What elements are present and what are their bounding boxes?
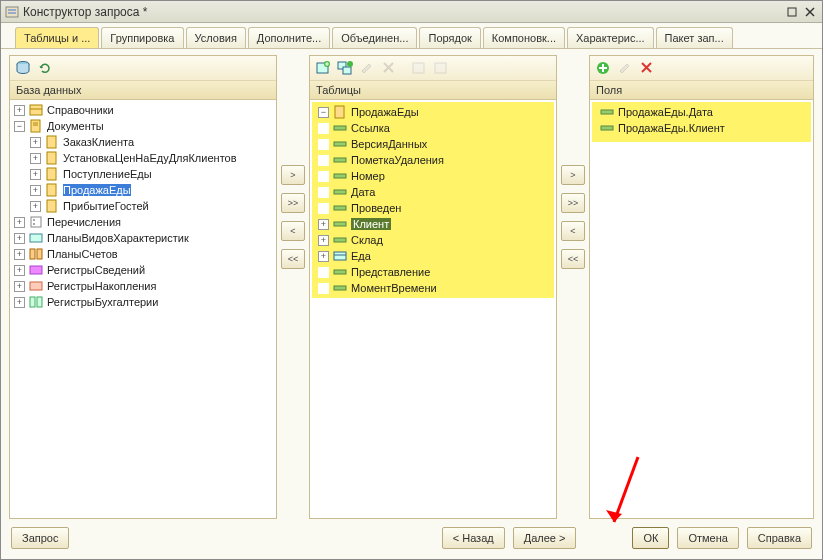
tab-conditions[interactable]: Условия: [186, 27, 246, 48]
refresh-icon[interactable]: [36, 59, 54, 77]
move-all-right-button[interactable]: >>: [561, 193, 585, 213]
tab-tables[interactable]: Таблицы и ...: [15, 27, 99, 48]
tree-item[interactable]: +ПланыВидовХарактеристик: [12, 230, 274, 246]
tree-item[interactable]: ПометкаУдаления: [312, 152, 554, 168]
db-icon[interactable]: [14, 59, 32, 77]
tree-item[interactable]: +УстановкаЦенНаЕдуДляКлиентов: [12, 150, 274, 166]
fields-panel: Поля ПродажаЕды.Дата ПродажаЕды.Клиент: [589, 55, 814, 519]
tree-item-selected[interactable]: +Клиент: [312, 216, 554, 232]
svg-rect-15: [47, 184, 56, 196]
field-icon: [333, 169, 347, 183]
fields-toolbar: [590, 56, 813, 81]
tab-order[interactable]: Порядок: [419, 27, 480, 48]
close-button[interactable]: [802, 5, 818, 19]
tree-item[interactable]: +ПоступлениеЕды: [12, 166, 274, 182]
tree-item[interactable]: +Еда: [312, 248, 554, 264]
svg-rect-21: [30, 249, 35, 259]
edit-icon: [616, 59, 634, 77]
tree-item[interactable]: Представление: [312, 264, 554, 280]
svg-rect-32: [343, 67, 351, 74]
tables-header: Таблицы: [310, 81, 556, 100]
svg-point-33: [347, 61, 353, 67]
tab-composition[interactable]: Компоновк...: [483, 27, 565, 48]
tree-item[interactable]: +РегистрыНакопления: [12, 278, 274, 294]
doc-icon: [45, 183, 59, 197]
tree-item[interactable]: Номер: [312, 168, 554, 184]
ok-button[interactable]: ОК: [632, 527, 669, 549]
db-tree[interactable]: +Справочники −Документы +ЗаказКлиента +У…: [10, 100, 276, 518]
svg-rect-9: [31, 120, 40, 132]
tree-item[interactable]: −ПродажаЕды: [312, 104, 554, 120]
db-to-tables-buttons: > >> < <<: [277, 55, 309, 519]
tabbar: Таблицы и ... Группировка Условия Дополн…: [1, 23, 822, 49]
svg-rect-7: [30, 105, 42, 115]
query-builder-window: Конструктор запроса * Таблицы и ... Груп…: [0, 0, 823, 560]
tab-grouping[interactable]: Группировка: [101, 27, 183, 48]
tree-item[interactable]: +РегистрыСведений: [12, 262, 274, 278]
move-all-left-button[interactable]: <<: [561, 249, 585, 269]
tree-item[interactable]: Проведен: [312, 200, 554, 216]
doc-icon: [45, 167, 59, 181]
move-left-button[interactable]: <: [561, 221, 585, 241]
inforeg-icon: [29, 263, 43, 277]
tree-item[interactable]: МоментВремени: [312, 280, 554, 296]
maximize-button[interactable]: [784, 5, 800, 19]
tab-batch[interactable]: Пакет зап...: [656, 27, 733, 48]
add-nested-icon[interactable]: [336, 59, 354, 77]
field-icon: [333, 233, 347, 247]
tree-item[interactable]: +ПрибытиеГостей: [12, 198, 274, 214]
tree-item[interactable]: +Склад: [312, 232, 554, 248]
svg-point-18: [33, 219, 35, 221]
tree-item[interactable]: +Перечисления: [12, 214, 274, 230]
edit-icon: [358, 59, 376, 77]
list-item[interactable]: ПродажаЕды.Дата: [592, 104, 811, 120]
tree-item[interactable]: Дата: [312, 184, 554, 200]
tab-characteristics[interactable]: Характерис...: [567, 27, 654, 48]
tab-union[interactable]: Объединен...: [332, 27, 417, 48]
tree-item-selected[interactable]: +ПродажаЕды: [12, 182, 274, 198]
list-item[interactable]: ПродажаЕды.Клиент: [592, 120, 811, 136]
svg-rect-13: [47, 152, 56, 164]
tree-item[interactable]: +РегистрыБухгалтерии: [12, 294, 274, 310]
move-left-button[interactable]: <: [281, 221, 305, 241]
svg-rect-43: [334, 190, 346, 194]
tables-toolbar: [310, 56, 556, 81]
field-icon: [333, 185, 347, 199]
svg-rect-41: [334, 158, 346, 162]
svg-rect-47: [334, 252, 346, 260]
query-button[interactable]: Запрос: [11, 527, 69, 549]
delete-icon[interactable]: [638, 59, 656, 77]
tree-item[interactable]: Ссылка: [312, 120, 554, 136]
tables-panel: Таблицы −ПродажаЕды Ссылка ВерсияДанных …: [309, 55, 557, 519]
tree-item[interactable]: +ЗаказКлиента: [12, 134, 274, 150]
accumreg-icon: [29, 279, 43, 293]
move-all-left-button[interactable]: <<: [281, 249, 305, 269]
cancel-button[interactable]: Отмена: [677, 527, 738, 549]
tree-item[interactable]: +Справочники: [12, 102, 274, 118]
move-right-button[interactable]: >: [281, 165, 305, 185]
move-right-button[interactable]: >: [561, 165, 585, 185]
svg-rect-56: [601, 110, 613, 114]
svg-rect-20: [30, 234, 42, 242]
next-button[interactable]: Далее >: [513, 527, 577, 549]
add-icon[interactable]: [594, 59, 612, 77]
tree-item[interactable]: −Документы: [12, 118, 274, 134]
fields-header: Поля: [590, 81, 813, 100]
back-button[interactable]: < Назад: [442, 527, 505, 549]
tree-item[interactable]: ВерсияДанных: [312, 136, 554, 152]
tables-tree[interactable]: −ПродажаЕды Ссылка ВерсияДанных ПометкаУ…: [310, 100, 556, 518]
doc-icon: [45, 151, 59, 165]
help-button[interactable]: Справка: [747, 527, 812, 549]
svg-rect-22: [37, 249, 42, 259]
accreg-icon: [29, 295, 43, 309]
tree-item[interactable]: +ПланыСчетов: [12, 246, 274, 262]
app-icon: [5, 5, 19, 19]
svg-rect-16: [47, 200, 56, 212]
svg-rect-45: [334, 222, 346, 226]
move-all-right-button[interactable]: >>: [281, 193, 305, 213]
tab-additional[interactable]: Дополните...: [248, 27, 330, 48]
fields-list[interactable]: ПродажаЕды.Дата ПродажаЕды.Клиент: [590, 100, 813, 518]
add-table-icon[interactable]: [314, 59, 332, 77]
svg-rect-39: [334, 126, 346, 130]
delete-icon: [380, 59, 398, 77]
